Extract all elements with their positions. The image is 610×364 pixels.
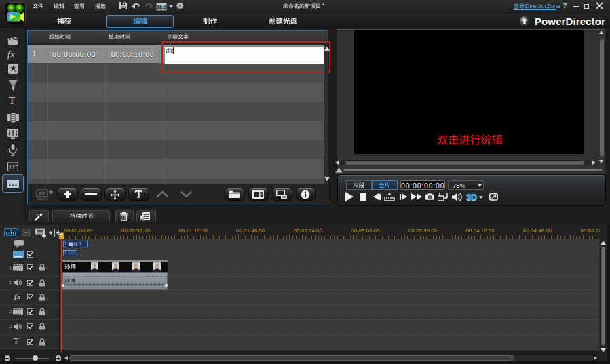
svg-text:123: 123	[9, 164, 18, 171]
